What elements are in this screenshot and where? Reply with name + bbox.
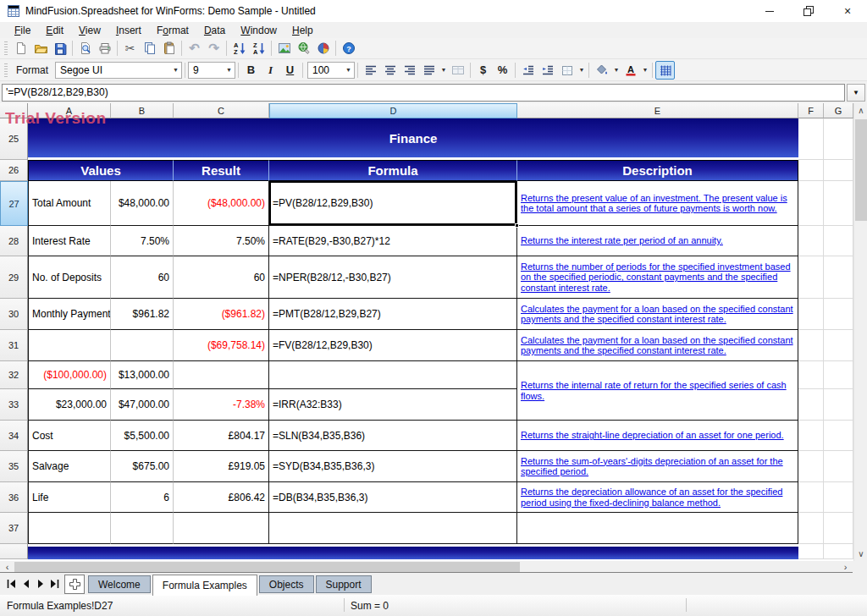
alignment-dropdown[interactable]: ▼ bbox=[439, 67, 448, 73]
table-header-result[interactable]: Result bbox=[174, 160, 269, 181]
font-name-combo[interactable]: Segoe UI ▼ bbox=[55, 62, 182, 79]
cell-G31[interactable] bbox=[824, 330, 853, 361]
scroll-down-button[interactable]: ∨ bbox=[854, 547, 867, 561]
sheet-tab-welcome[interactable]: Welcome bbox=[88, 575, 151, 593]
cell-F33[interactable] bbox=[798, 389, 824, 421]
cell-E27[interactable]: Returns the present value of an investme… bbox=[517, 181, 798, 226]
scroll-left-button[interactable]: ‹ bbox=[0, 561, 14, 573]
table-header-values[interactable]: Values bbox=[28, 160, 174, 181]
cell-A31[interactable] bbox=[28, 330, 111, 361]
cell-E32[interactable]: Returns the internal rate of return for … bbox=[517, 361, 798, 421]
percent-format-button[interactable]: % bbox=[493, 61, 512, 80]
column-header-D[interactable]: D bbox=[269, 103, 517, 118]
cell-G28[interactable] bbox=[824, 226, 853, 256]
cell-G26[interactable] bbox=[824, 160, 853, 181]
cell-C35[interactable]: £919.05 bbox=[174, 451, 269, 482]
open-button[interactable] bbox=[30, 39, 50, 58]
cell-A36[interactable]: Life bbox=[28, 482, 111, 513]
scroll-up-button[interactable]: ∧ bbox=[854, 103, 867, 118]
cell-E28[interactable]: Returns the interest rate per period of … bbox=[517, 226, 798, 256]
align-right-button[interactable] bbox=[400, 61, 419, 80]
cell-B35[interactable]: $675.00 bbox=[111, 451, 174, 482]
cell-B29[interactable]: 60 bbox=[111, 256, 174, 299]
cell-F28[interactable] bbox=[798, 226, 824, 256]
print-preview-button[interactable] bbox=[75, 39, 95, 58]
column-header-F[interactable]: F bbox=[798, 103, 824, 118]
cut-button[interactable]: ✂ bbox=[120, 39, 140, 58]
cell-C37[interactable] bbox=[174, 513, 269, 544]
cell-A34[interactable]: Cost bbox=[28, 421, 111, 451]
cell-D28[interactable]: =RATE(B29,-B30,B27)*12 bbox=[269, 226, 517, 256]
cell-C28[interactable]: 7.50% bbox=[174, 226, 269, 256]
table-header-description[interactable]: Description bbox=[517, 160, 798, 181]
redo-button[interactable]: ↷ bbox=[204, 39, 224, 58]
row-header-29[interactable]: 29 bbox=[0, 256, 28, 299]
menu-help[interactable]: Help bbox=[284, 24, 321, 37]
cell-F[interactable] bbox=[798, 544, 824, 559]
menu-edit[interactable]: Edit bbox=[38, 24, 71, 37]
last-sheet-button[interactable] bbox=[47, 575, 62, 592]
decrease-indent-button[interactable] bbox=[518, 61, 538, 80]
font-color-button[interactable]: A bbox=[621, 61, 640, 80]
hyperlink-button[interactable] bbox=[294, 39, 313, 58]
cell-B36[interactable]: 6 bbox=[111, 482, 174, 513]
zoom-combo[interactable]: 100 ▼ bbox=[307, 62, 355, 79]
menu-insert[interactable]: Insert bbox=[108, 24, 149, 37]
row-header-32[interactable]: 32 bbox=[0, 361, 28, 389]
row-header-28[interactable]: 28 bbox=[0, 226, 28, 256]
restore-button[interactable] bbox=[789, 0, 828, 22]
horizontal-scroll-thumb[interactable] bbox=[14, 562, 520, 572]
currency-format-button[interactable]: $ bbox=[473, 61, 493, 80]
column-header-B[interactable]: B bbox=[111, 103, 174, 118]
column-header-E[interactable]: E bbox=[517, 103, 798, 118]
next-sheet-button[interactable] bbox=[33, 575, 47, 592]
sheet-tab-objects[interactable]: Objects bbox=[259, 575, 314, 593]
italic-button[interactable]: I bbox=[261, 61, 280, 80]
row-header-35[interactable]: 35 bbox=[0, 451, 28, 482]
cell-F37[interactable] bbox=[798, 513, 824, 544]
borders-button[interactable] bbox=[557, 61, 577, 80]
close-button[interactable]: × bbox=[828, 0, 867, 22]
cell-D27[interactable]: =PV(B28/12,B29,B30) bbox=[269, 181, 517, 226]
merge-cells-button[interactable] bbox=[448, 61, 467, 80]
cell-D36[interactable]: =DB(B34,B35,B36,3) bbox=[269, 482, 517, 513]
sheet-tab-formula-examples[interactable]: Formula Examples bbox=[152, 575, 257, 596]
sheet-tab-support[interactable]: Support bbox=[316, 575, 372, 593]
formula-input[interactable]: '=PV(B28/12,B29,B30) bbox=[2, 84, 845, 102]
cell-D37[interactable] bbox=[269, 513, 517, 544]
cell-E30[interactable]: Calculates the payment for a loan based … bbox=[517, 299, 798, 330]
cell-G33[interactable] bbox=[824, 389, 853, 421]
vertical-scroll-thumb[interactable] bbox=[855, 119, 867, 221]
cell-C27[interactable]: ($48,000.00) bbox=[174, 181, 269, 226]
cell-A28[interactable]: Interest Rate bbox=[28, 226, 111, 256]
font-color-dropdown[interactable]: ▼ bbox=[641, 67, 649, 73]
sort-descending-button[interactable]: Z A bbox=[249, 39, 268, 58]
copy-button[interactable] bbox=[140, 39, 159, 58]
cell-F27[interactable] bbox=[798, 181, 824, 226]
cell-B30[interactable]: $961.82 bbox=[111, 299, 174, 330]
cell-C30[interactable]: ($961.82) bbox=[174, 299, 269, 330]
section-banner[interactable]: Finance bbox=[28, 118, 798, 157]
menu-format[interactable]: Format bbox=[149, 24, 196, 37]
cell-G25[interactable] bbox=[824, 118, 853, 160]
first-sheet-button[interactable] bbox=[4, 575, 19, 592]
cell-C34[interactable]: £804.17 bbox=[174, 421, 269, 451]
toolbar-grip[interactable] bbox=[4, 41, 8, 55]
cell-A33[interactable]: $23,000.00 bbox=[28, 389, 111, 421]
fill-handle[interactable] bbox=[515, 223, 519, 228]
cell-G34[interactable] bbox=[824, 421, 853, 451]
cell-C33[interactable]: -7.38% bbox=[174, 389, 269, 421]
sort-ascending-button[interactable]: A Z bbox=[229, 39, 249, 58]
undo-button[interactable]: ↶ bbox=[185, 39, 204, 58]
cell-B28[interactable]: 7.50% bbox=[111, 226, 174, 256]
cell-B33[interactable]: $47,000.00 bbox=[111, 389, 174, 421]
cell-B31[interactable] bbox=[111, 330, 174, 361]
cell-G30[interactable] bbox=[824, 299, 853, 330]
cell-F29[interactable] bbox=[798, 256, 824, 299]
row-header-37[interactable]: 37 bbox=[0, 513, 28, 544]
cell-B32[interactable]: $13,000.00 bbox=[111, 361, 174, 389]
add-sheet-button[interactable] bbox=[64, 575, 85, 594]
cell-F34[interactable] bbox=[798, 421, 824, 451]
menu-file[interactable]: File bbox=[7, 24, 38, 37]
cell-D30[interactable]: =PMT(B28/12,B29,B27) bbox=[269, 299, 517, 330]
